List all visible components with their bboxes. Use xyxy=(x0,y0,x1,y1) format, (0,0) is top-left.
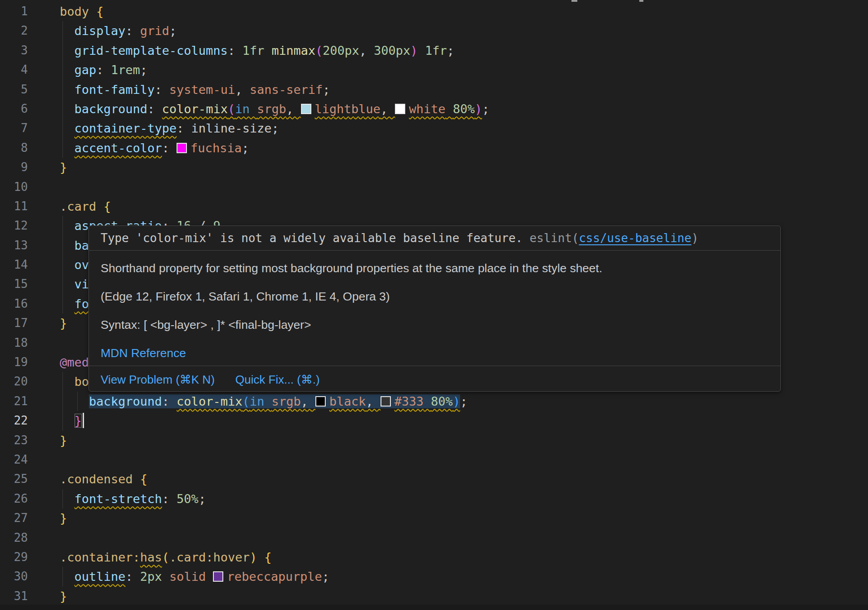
line-number: 22 xyxy=(0,411,28,430)
token: outline xyxy=(75,570,126,583)
token: vi xyxy=(75,277,89,291)
token xyxy=(250,102,257,116)
indent-guide xyxy=(62,567,63,586)
code-line[interactable]: 23} xyxy=(0,431,868,450)
indent-guide xyxy=(62,119,63,138)
token: in xyxy=(250,394,265,408)
token xyxy=(206,570,213,583)
code-line[interactable]: 8 accent-color: fuchsia; xyxy=(0,138,868,158)
line-number: 12 xyxy=(0,216,28,235)
token xyxy=(264,44,271,57)
code-line[interactable]: 26 font-stretch: 50%; xyxy=(0,489,868,508)
code-line[interactable]: 29.container:has(.card:hover) { xyxy=(0,548,868,567)
code-line[interactable]: 11.card { xyxy=(0,197,868,216)
code-line[interactable]: 1body { xyxy=(0,2,868,21)
token: ba xyxy=(75,239,89,252)
line-number: 10 xyxy=(0,177,28,197)
token: body xyxy=(60,4,89,18)
token: : xyxy=(125,24,140,38)
line-number: 16 xyxy=(0,294,28,314)
color-swatch[interactable] xyxy=(213,571,223,582)
token: gap xyxy=(75,63,97,77)
token: 1rem xyxy=(111,63,140,77)
token xyxy=(60,277,75,291)
token: ) xyxy=(250,550,257,564)
code-line[interactable]: 22 } xyxy=(0,411,868,430)
code-line[interactable]: 28 xyxy=(0,528,868,548)
line-number: 3 xyxy=(0,41,28,60)
token: 300px xyxy=(374,44,410,57)
code-line[interactable]: 9} xyxy=(0,158,868,177)
warning-squiggle-range: font-stretch xyxy=(75,492,162,506)
indent-guide xyxy=(62,489,63,508)
token: display xyxy=(75,24,126,38)
token: accent-color xyxy=(75,141,162,155)
color-swatch[interactable] xyxy=(381,396,391,407)
token: : xyxy=(228,44,243,57)
token: } xyxy=(60,511,67,525)
code-line[interactable]: 5 font-family: system-ui, sans-serif; xyxy=(0,80,868,99)
line-number: 25 xyxy=(0,469,28,489)
token xyxy=(60,219,75,233)
code-line[interactable]: 21 background: color-mix(in srgb, black,… xyxy=(0,392,868,411)
line-number: 18 xyxy=(0,333,28,353)
token xyxy=(418,44,425,57)
token: ; xyxy=(447,44,454,57)
indent-guide xyxy=(77,392,78,411)
token xyxy=(60,141,75,155)
code-line[interactable]: 25.condensed { xyxy=(0,469,868,489)
token: system-ui xyxy=(169,83,235,97)
indent-guide xyxy=(62,21,63,40)
code-line[interactable]: 7 container-type: inline-size; xyxy=(0,119,868,138)
code-line[interactable]: 10 xyxy=(0,177,868,197)
warning-squiggle-range: color-mix(in srgb, lightblue, white 80%) xyxy=(162,102,482,116)
diagnostic-source-suffix: ) xyxy=(691,231,699,245)
token: rebeccapurple xyxy=(227,570,322,583)
token: { xyxy=(104,199,111,213)
text-cursor xyxy=(83,413,84,428)
token xyxy=(60,239,75,252)
token xyxy=(96,199,103,213)
line-number: 6 xyxy=(0,99,28,119)
indent-guide xyxy=(62,392,63,411)
code-line[interactable]: 27} xyxy=(0,508,868,528)
code-line[interactable]: 6 background: color-mix(in srgb, lightbl… xyxy=(0,99,868,119)
code-line[interactable]: 24 xyxy=(0,450,868,469)
code-line[interactable]: 3 grid-template-columns: 1fr minmax(200p… xyxy=(0,41,868,60)
token: } xyxy=(60,589,67,603)
line-number: 15 xyxy=(0,274,28,294)
color-swatch[interactable] xyxy=(301,104,311,114)
color-swatch[interactable] xyxy=(177,143,187,153)
color-swatch[interactable] xyxy=(315,396,326,407)
code-line[interactable]: 31} xyxy=(0,587,868,606)
quick-fix-button[interactable]: Quick Fix... (⌘.) xyxy=(235,373,320,386)
code-line[interactable]: 30 outline: 2px solid rebeccapurple; xyxy=(0,567,868,586)
token: 1fr xyxy=(242,44,264,57)
token: .condensed xyxy=(60,472,133,486)
docs-description: Shorthand property for setting most back… xyxy=(101,261,769,275)
code-line[interactable]: 4 gap: 1rem; xyxy=(0,60,868,80)
code-line[interactable]: 2 display: grid; xyxy=(0,21,868,40)
warning-squiggle-range: outline xyxy=(75,570,126,583)
token: white xyxy=(409,102,445,116)
view-problem-button[interactable]: View Problem (⌘K N) xyxy=(101,373,215,386)
line-number: 31 xyxy=(0,587,28,606)
token: , xyxy=(235,83,250,97)
hover-tooltip: Type 'color-mix' is not a widely availab… xyxy=(89,225,781,392)
mdn-reference-link[interactable]: MDN Reference xyxy=(101,346,186,360)
panel-edge xyxy=(0,605,868,610)
token: ; xyxy=(323,83,330,97)
token: : xyxy=(147,102,162,116)
token: ov xyxy=(75,258,89,272)
token: ; xyxy=(460,394,467,408)
indent-guide xyxy=(62,138,63,158)
token: background xyxy=(75,102,148,116)
eslint-rule-link[interactable]: css/use-baseline xyxy=(579,231,691,245)
token: font-family xyxy=(75,83,155,97)
token xyxy=(60,492,75,506)
line-number: 23 xyxy=(0,431,28,450)
warning-squiggle-range: fo xyxy=(75,297,89,311)
color-swatch[interactable] xyxy=(395,104,405,114)
line-number: 5 xyxy=(0,80,28,99)
token: : xyxy=(125,570,140,583)
